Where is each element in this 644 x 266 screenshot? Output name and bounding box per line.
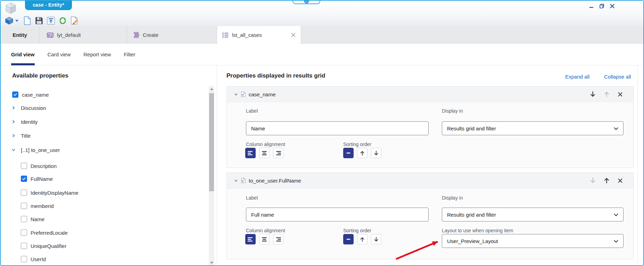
scroll-down-icon[interactable] bbox=[209, 260, 214, 266]
sort-none-button[interactable] bbox=[343, 148, 354, 158]
tree-group-identity[interactable]: Identity bbox=[1, 115, 195, 128]
expand-all-link[interactable]: Expand all bbox=[565, 74, 589, 80]
select-value: Results grid and filter bbox=[447, 126, 496, 131]
checkbox-checked[interactable] bbox=[21, 176, 27, 182]
sorting-buttons bbox=[343, 234, 381, 244]
tab-filter[interactable]: Filter bbox=[124, 44, 135, 65]
remove-card-icon[interactable] bbox=[618, 178, 623, 183]
checkbox-checked[interactable] bbox=[12, 91, 18, 98]
app-menu-icon[interactable] bbox=[4, 16, 14, 26]
edit-icon[interactable] bbox=[69, 16, 79, 26]
restore-icon[interactable] bbox=[599, 3, 605, 9]
window-controls bbox=[588, 3, 615, 9]
minimize-icon[interactable] bbox=[588, 3, 594, 9]
tab-lst-all-cases[interactable]: lst_all_cases bbox=[217, 26, 301, 44]
property-card-case-name: T case_name Label Display in Results gri… bbox=[226, 86, 634, 168]
sort-asc-button[interactable] bbox=[357, 234, 368, 244]
chevron-down-icon bbox=[614, 127, 618, 130]
tab-close-icon[interactable] bbox=[291, 33, 296, 37]
collapse-all-link[interactable]: Collapse all bbox=[604, 74, 631, 80]
sort-desc-button[interactable] bbox=[371, 148, 381, 158]
handle-dot-icon bbox=[304, 0, 309, 3]
chevron-down-icon bbox=[614, 213, 618, 216]
tab-grid-view[interactable]: Grid view bbox=[11, 44, 35, 65]
checkbox-unchecked[interactable] bbox=[21, 203, 27, 209]
tree-item-identitydisplayname[interactable]: IdentityDisplayName bbox=[1, 186, 195, 199]
chevron-down-icon[interactable] bbox=[11, 148, 16, 152]
align-left-button[interactable] bbox=[245, 234, 256, 244]
display-in-select[interactable]: Results grid and filter bbox=[442, 208, 624, 221]
display-in-label: Display in bbox=[442, 108, 463, 114]
checkbox-unchecked[interactable] bbox=[21, 256, 27, 262]
align-left-button[interactable] bbox=[245, 148, 256, 158]
tree-group-discussion[interactable]: Discussion bbox=[1, 101, 195, 114]
sort-asc-button[interactable] bbox=[357, 148, 368, 158]
sort-desc-button[interactable] bbox=[371, 234, 381, 244]
tree-item-name[interactable]: Name bbox=[1, 212, 195, 226]
column-alignment-label: Column alignment bbox=[246, 142, 285, 147]
dropdown-caret-icon[interactable] bbox=[15, 16, 19, 26]
tab-card-view[interactable]: Card view bbox=[48, 44, 71, 65]
align-center-button[interactable] bbox=[259, 148, 270, 158]
tree-group-to-one-user[interactable]: [..1] to_one_user bbox=[1, 143, 195, 156]
card-header[interactable]: T case_name bbox=[227, 87, 633, 102]
tree-scrollbar[interactable] bbox=[209, 86, 214, 266]
scrollbar-thumb[interactable] bbox=[209, 93, 214, 191]
display-in-select[interactable]: Results grid and filter bbox=[442, 121, 624, 135]
close-icon[interactable] bbox=[609, 3, 615, 9]
tree-item-description[interactable]: Description bbox=[1, 159, 195, 172]
align-right-button[interactable] bbox=[273, 234, 283, 244]
layout-select[interactable]: User_Preview_Layout bbox=[442, 234, 624, 248]
checkbox-unchecked[interactable] bbox=[21, 190, 27, 196]
import-layout-icon[interactable] bbox=[46, 16, 56, 26]
tree-item-userid[interactable]: UserId bbox=[1, 252, 195, 266]
collapsed-panel-handle[interactable] bbox=[292, 0, 320, 4]
move-up-icon[interactable] bbox=[604, 177, 610, 184]
tree-item-memberid[interactable]: memberid bbox=[1, 199, 195, 212]
tree-item-label: UniqueQualifier bbox=[31, 243, 66, 249]
refresh-icon[interactable] bbox=[58, 16, 67, 26]
application-window: case - Entity* Entity lyt_default Create bbox=[0, 0, 644, 266]
chevron-right-icon[interactable] bbox=[11, 106, 16, 110]
checkbox-unchecked[interactable] bbox=[21, 243, 27, 249]
tab-lyt-default[interactable]: lyt_default bbox=[39, 26, 127, 44]
tab-strip: Entity lyt_default Create lst_all_cases bbox=[1, 26, 643, 44]
move-up-icon[interactable] bbox=[604, 91, 610, 97]
tree-group-title[interactable]: Title bbox=[1, 129, 195, 142]
remove-card-icon[interactable] bbox=[618, 92, 623, 97]
tree-item-case-name[interactable]: case_name bbox=[1, 88, 195, 101]
label-field-label: Label bbox=[246, 195, 258, 201]
tree-item-label: case_name bbox=[22, 92, 49, 98]
tab-report-view[interactable]: Report view bbox=[83, 44, 111, 65]
save-icon[interactable] bbox=[34, 16, 44, 26]
tab-create[interactable]: Create bbox=[127, 26, 217, 44]
tree-item-label: PreferredLocale bbox=[31, 230, 68, 236]
chevron-down-icon[interactable] bbox=[234, 179, 238, 183]
right-scroll-gutter bbox=[637, 65, 638, 265]
chevron-right-icon[interactable] bbox=[11, 134, 16, 138]
tab-entity[interactable]: Entity bbox=[1, 26, 39, 44]
new-document-icon[interactable] bbox=[22, 16, 32, 26]
chevron-right-icon[interactable] bbox=[11, 120, 16, 124]
move-down-icon[interactable] bbox=[590, 177, 596, 184]
align-right-button[interactable] bbox=[273, 148, 283, 158]
window-header: case - Entity* bbox=[1, 1, 643, 26]
label-input[interactable] bbox=[246, 121, 429, 135]
card-header[interactable]: T to_one_user.FullName bbox=[227, 173, 633, 188]
move-down-icon[interactable] bbox=[590, 91, 596, 97]
tree-item-label: Name bbox=[31, 216, 44, 222]
checkbox-unchecked[interactable] bbox=[21, 229, 27, 236]
tree-item-preferredlocale[interactable]: PreferredLocale bbox=[1, 226, 195, 239]
tree-item-label: Title bbox=[21, 133, 31, 139]
checkbox-unchecked[interactable] bbox=[21, 216, 27, 222]
tab-label: Entity bbox=[13, 32, 27, 38]
align-center-button[interactable] bbox=[259, 234, 270, 244]
tree-item-fullname[interactable]: FullName bbox=[1, 172, 195, 185]
scroll-up-icon[interactable] bbox=[209, 86, 214, 92]
label-input[interactable] bbox=[246, 208, 429, 221]
tree-item-uniquequalifier[interactable]: UniqueQualifier bbox=[1, 239, 195, 252]
checkbox-unchecked[interactable] bbox=[21, 163, 27, 169]
tab-strip-filler bbox=[301, 26, 643, 44]
sort-none-button[interactable] bbox=[343, 234, 354, 244]
chevron-down-icon[interactable] bbox=[234, 92, 238, 96]
